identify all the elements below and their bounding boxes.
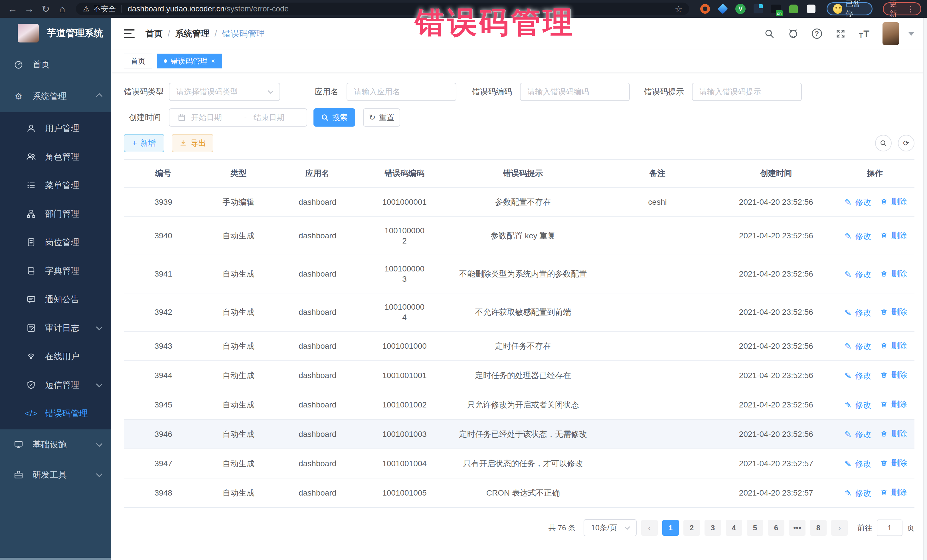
sidebar-item-审计日志[interactable]: 审计日志 xyxy=(0,314,111,342)
extension-cubes-icon[interactable] xyxy=(753,4,763,14)
page-button-6[interactable]: 6 xyxy=(768,520,784,536)
table-row[interactable]: 3941自动生成dashboard1001000003不能删除类型为系统内置的参… xyxy=(124,255,915,293)
app-name-input[interactable] xyxy=(354,88,449,96)
prev-page-button[interactable]: ‹ xyxy=(641,520,658,536)
edit-link[interactable]: ✎修改 xyxy=(843,400,871,411)
extension-gem-icon[interactable] xyxy=(718,4,728,14)
browser-back-icon[interactable]: ← xyxy=(6,4,20,14)
sidebar-item-岗位管理[interactable]: 岗位管理 xyxy=(0,228,111,256)
add-button[interactable]: + 新增 xyxy=(124,134,164,152)
delete-link[interactable]: 删除 xyxy=(878,458,907,469)
edit-link[interactable]: ✎修改 xyxy=(843,341,871,352)
sidebar-item-菜单管理[interactable]: 菜单管理 xyxy=(0,171,111,200)
tab-错误码管理[interactable]: 错误码管理× xyxy=(157,54,222,68)
table-row[interactable]: 3939手动编辑dashboard1001000001参数配置不存在ceshi2… xyxy=(124,188,915,217)
edit-link[interactable]: ✎修改 xyxy=(843,429,871,440)
delete-link[interactable]: 删除 xyxy=(878,487,907,498)
edit-link[interactable]: ✎修改 xyxy=(843,197,871,208)
delete-link[interactable]: 删除 xyxy=(878,307,907,317)
page-button-1[interactable]: 1 xyxy=(662,520,679,536)
edit-link[interactable]: ✎修改 xyxy=(843,269,871,280)
sidebar-item-研发工具[interactable]: 研发工具 xyxy=(0,460,111,490)
breadcrumb-system[interactable]: 系统管理 xyxy=(175,28,209,39)
next-page-button[interactable]: › xyxy=(831,520,848,536)
search-button[interactable]: 搜索 xyxy=(313,108,355,127)
goto-page-input[interactable]: 1 xyxy=(877,519,903,536)
edit-link[interactable]: ✎修改 xyxy=(843,458,871,469)
browser-update-button[interactable]: 更新 ⋮ xyxy=(883,2,921,15)
edit-link[interactable]: ✎修改 xyxy=(843,307,871,318)
sidebar-item-字典管理[interactable]: 字典管理 xyxy=(0,256,111,285)
bookmark-star-icon[interactable]: ☆ xyxy=(675,4,682,14)
edit-link[interactable]: ✎修改 xyxy=(843,231,871,242)
page-button-3[interactable]: 3 xyxy=(705,520,721,536)
browser-forward-icon[interactable]: → xyxy=(22,4,36,14)
table-row[interactable]: 3945自动生成dashboard1001001002只允许修改为开启或者关闭状… xyxy=(124,390,915,420)
sidebar-item-基础设施[interactable]: 基础设施 xyxy=(0,429,111,460)
search-icon[interactable] xyxy=(764,28,775,39)
browser-menu-dots-icon[interactable]: ⋮ xyxy=(907,4,915,14)
reset-button[interactable]: ↻ 重置 xyxy=(363,108,400,127)
refresh-table-button[interactable]: ⟳ xyxy=(898,135,915,152)
sidebar-item-通知公告[interactable]: 通知公告 xyxy=(0,285,111,314)
page-size-select[interactable]: 10条/页 xyxy=(584,519,637,536)
help-icon[interactable]: ? xyxy=(812,29,822,39)
extension-switch-icon[interactable] xyxy=(771,4,781,14)
sidebar-item-错误码管理[interactable]: </>错误码管理 xyxy=(0,399,111,428)
table-row[interactable]: 3942自动生成dashboard1001000004不允许获取敏感配置到前端2… xyxy=(124,293,915,332)
table-row[interactable]: 3940自动生成dashboard1001000002参数配置 key 重复20… xyxy=(124,217,915,255)
browser-refresh-icon[interactable]: ↻ xyxy=(39,4,53,14)
page-button-4[interactable]: 4 xyxy=(726,520,742,536)
sidebar-item-部门管理[interactable]: 部门管理 xyxy=(0,200,111,228)
extension-orange-icon[interactable] xyxy=(700,4,710,14)
sidebar-item-用户管理[interactable]: 用户管理 xyxy=(0,114,111,143)
table-row[interactable]: 3946自动生成dashboard1001001003定时任务已经处于该状态，无… xyxy=(124,420,915,449)
sidebar-item-系统管理[interactable]: ⚙系统管理 xyxy=(0,80,111,112)
extension-puzzle-icon[interactable] xyxy=(806,4,816,14)
fullscreen-icon[interactable] xyxy=(835,28,846,39)
edit-link[interactable]: ✎修改 xyxy=(843,370,871,381)
table-row[interactable]: 3943自动生成dashboard1001001000定时任务不存在2021-0… xyxy=(124,332,915,361)
show-search-button[interactable] xyxy=(875,135,892,152)
breadcrumb-home[interactable]: 首页 xyxy=(146,28,163,39)
edit-link[interactable]: ✎修改 xyxy=(843,488,871,499)
browser-home-icon[interactable]: ⌂ xyxy=(55,4,69,14)
delete-link[interactable]: 删除 xyxy=(878,340,907,351)
address-bar[interactable]: ⚠ 不安全 dashboard.yudao.iocoder.cn/system/… xyxy=(76,3,689,15)
page-button-2[interactable]: 2 xyxy=(684,520,700,536)
page-button-8[interactable]: 8 xyxy=(810,520,827,536)
date-range-picker[interactable]: 开始日期 - 结束日期 xyxy=(169,108,307,127)
chevron-down-icon[interactable] xyxy=(908,32,915,36)
sidebar-item-短信管理[interactable]: 短信管理 xyxy=(0,371,111,399)
error-type-select[interactable]: 请选择错误码类型 xyxy=(169,83,280,101)
error-hint-input[interactable] xyxy=(699,88,794,96)
profile-paused-chip[interactable]: 已暂停 xyxy=(827,2,872,15)
more-pages-button[interactable]: ••• xyxy=(789,520,805,536)
sidebar-item-首页[interactable]: 首页 xyxy=(0,49,111,80)
delete-link[interactable]: 删除 xyxy=(878,268,907,279)
error-code-input[interactable] xyxy=(527,88,622,96)
table-row[interactable]: 3948自动生成dashboard1001001005CRON 表达式不正确20… xyxy=(124,478,915,508)
delete-link[interactable]: 删除 xyxy=(878,399,907,410)
delete-link[interactable]: 删除 xyxy=(878,370,907,380)
sidebar-item-角色管理[interactable]: 角色管理 xyxy=(0,143,111,171)
export-button[interactable]: 导出 xyxy=(172,134,213,152)
extension-droid-icon[interactable] xyxy=(789,4,799,14)
sidebar-item-在线用户[interactable]: 在线用户 xyxy=(0,342,111,371)
sidebar-logo-row[interactable]: 芋道管理系统 xyxy=(0,18,111,49)
table-row[interactable]: 3944自动生成dashboard1001001001定时任务的处理器已经存在2… xyxy=(124,361,915,390)
close-icon[interactable]: × xyxy=(211,57,215,65)
sidebar-bottom-scrollbar[interactable] xyxy=(0,558,111,560)
page-button-5[interactable]: 5 xyxy=(747,520,763,536)
extension-green-icon[interactable]: V xyxy=(736,4,746,14)
github-icon[interactable] xyxy=(788,28,799,39)
delete-link[interactable]: 删除 xyxy=(878,196,907,207)
font-size-icon[interactable]: TT xyxy=(859,28,869,39)
tab-首页[interactable]: 首页 xyxy=(124,54,152,68)
user-avatar[interactable] xyxy=(883,22,899,45)
page-scrollbar[interactable] xyxy=(923,18,927,560)
table-row[interactable]: 3947自动生成dashboard1001001004只有开启状态的任务，才可以… xyxy=(124,449,915,478)
delete-link[interactable]: 删除 xyxy=(878,428,907,439)
sidebar-toggle-icon[interactable] xyxy=(124,29,135,38)
delete-link[interactable]: 删除 xyxy=(878,230,907,241)
